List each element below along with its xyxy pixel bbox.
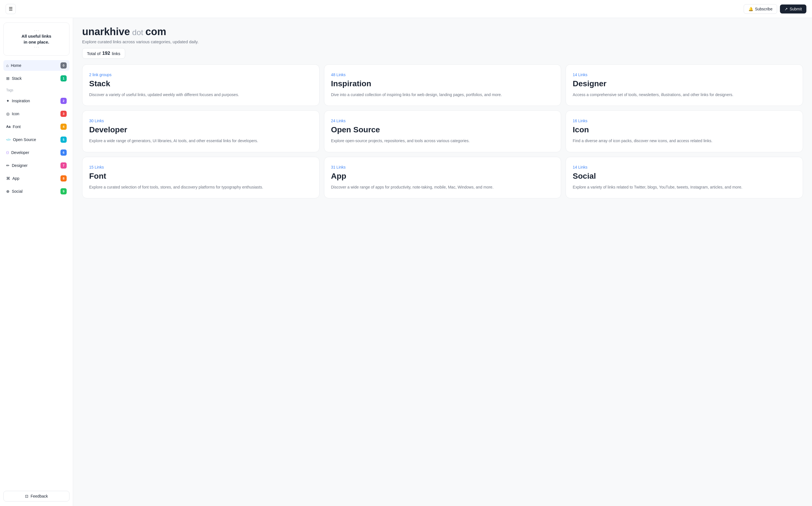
title-dot: dot [132, 28, 143, 37]
card-developer-links: 30 Links [89, 118, 313, 123]
sidebar-item-developer[interactable]: ⟨⟩ Developer 6 [3, 147, 69, 158]
card-font-links: 15 Links [89, 165, 313, 169]
submit-icon: ↗ [785, 7, 788, 11]
card-app-desc: Discover a wide range of apps for produc… [331, 184, 554, 190]
card-social-desc: Explore a variety of links related to Tw… [572, 184, 796, 190]
top-navigation: 🔔 Subscribe ↗ Submit [0, 0, 812, 18]
topnav-left [6, 4, 16, 14]
card-stack-desc: Discover a variety of useful links, upda… [89, 92, 313, 98]
subscribe-icon: 🔔 [748, 7, 753, 11]
page-header: unarkhive dot com Explore curated links … [82, 26, 803, 59]
logo-text: All useful linksin one place. [22, 28, 52, 50]
card-stack-title: Stack [89, 79, 313, 88]
cards-grid: 2 link groups Stack Discover a variety o… [82, 64, 803, 198]
app-icon: ⌘ [6, 176, 10, 181]
sidebar-developer-label: Developer [11, 150, 29, 155]
sidebar-item-inspiration[interactable]: ✦ Inspiration 2 [3, 95, 69, 106]
sidebar-icon-label: Icon [12, 111, 19, 116]
card-app-title: App [331, 172, 554, 181]
card-opensource[interactable]: 24 Links Open Source Explore open-source… [324, 110, 561, 152]
sidebar: All useful linksin one place. ⌂ Home 0 ⊞… [0, 18, 73, 506]
card-social-links: 14 Links [572, 165, 796, 169]
sidebar-item-app[interactable]: ⌘ App 8 [3, 173, 69, 184]
card-inspiration-links: 48 Links [331, 73, 554, 77]
sidebar-item-social[interactable]: ⊕ Social 9 [3, 186, 69, 197]
card-designer-links: 14 Links [572, 73, 796, 77]
inspiration-badge: 2 [61, 98, 67, 104]
font-icon: Aa [6, 125, 10, 129]
sidebar-designer-label: Designer [12, 163, 27, 168]
page-title: unarkhive dot com [82, 26, 803, 37]
card-app[interactable]: 31 Links App Discover a wide range of ap… [324, 157, 561, 198]
total-suffix: links [112, 51, 120, 56]
card-developer-title: Developer [89, 125, 313, 134]
card-stack[interactable]: 2 link groups Stack Discover a variety o… [82, 64, 320, 106]
card-developer-desc: Explore a wide range of generators, UI l… [89, 138, 313, 144]
card-stack-links: 2 link groups [89, 73, 313, 77]
main-content: unarkhive dot com Explore curated links … [73, 18, 812, 506]
submit-label: Submit [790, 7, 802, 11]
social-icon: ⊕ [6, 189, 10, 193]
subscribe-button[interactable]: 🔔 Subscribe [744, 4, 777, 14]
card-icon[interactable]: 16 Links Icon Find a diverse array of ic… [565, 110, 803, 152]
sidebar-social-label: Social [12, 189, 22, 193]
card-inspiration[interactable]: 48 Links Inspiration Dive into a curated… [324, 64, 561, 106]
title-part1: unarkhive [82, 26, 130, 37]
submit-button[interactable]: ↗ Submit [780, 4, 806, 13]
card-icon-links: 16 Links [572, 118, 796, 123]
page-subtitle: Explore curated links across various cat… [82, 39, 803, 44]
sidebar-inspiration-label: Inspiration [12, 99, 30, 103]
sidebar-item-opensource[interactable]: </> Open Source 5 [3, 134, 69, 145]
sidebar-item-icon[interactable]: ◎ Icon 3 [3, 108, 69, 119]
card-social-title: Social [572, 172, 796, 181]
opensource-badge: 5 [61, 137, 67, 143]
feedback-button[interactable]: ⊡ Feedback [3, 491, 69, 502]
sidebar-item-font[interactable]: Aa Font 4 [3, 121, 69, 132]
sidebar-app-label: App [12, 176, 19, 181]
card-font[interactable]: 15 Links Font Explore a curated selectio… [82, 157, 320, 198]
card-designer-title: Designer [572, 79, 796, 88]
sidebar-toggle-button[interactable] [6, 4, 16, 14]
sidebar-item-designer[interactable]: ✏ Designer 7 [3, 160, 69, 171]
card-designer[interactable]: 14 Links Designer Access a comprehensive… [565, 64, 803, 106]
tags-section-label: Tags [3, 87, 69, 93]
card-opensource-title: Open Source [331, 125, 554, 134]
app-badge: 8 [61, 175, 67, 181]
total-count: 192 [102, 51, 110, 56]
toggle-icon [9, 6, 13, 11]
feedback-icon: ⊡ [25, 494, 28, 498]
sidebar-item-home[interactable]: ⌂ Home 0 [3, 60, 69, 71]
font-badge: 4 [61, 123, 67, 130]
feedback-label: Feedback [31, 494, 48, 498]
social-badge: 9 [61, 188, 67, 194]
designer-icon: ✏ [6, 163, 10, 168]
card-opensource-desc: Explore open-source projects, repositori… [331, 138, 554, 144]
sidebar-footer: ⊡ Feedback [3, 488, 69, 502]
card-opensource-links: 24 Links [331, 118, 554, 123]
sidebar-item-stack[interactable]: ⊞ Stack 1 [3, 73, 69, 84]
card-icon-desc: Find a diverse array of icon packs, disc… [572, 138, 796, 144]
designer-badge: 7 [61, 162, 67, 169]
sidebar-font-label: Font [13, 124, 20, 129]
subscribe-label: Subscribe [755, 7, 772, 11]
sidebar-stack-label: Stack [12, 76, 22, 81]
home-badge: 0 [61, 62, 67, 69]
card-social[interactable]: 14 Links Social Explore a variety of lin… [565, 157, 803, 198]
card-inspiration-title: Inspiration [331, 79, 554, 88]
title-part2: com [145, 26, 166, 37]
sidebar-home-label: Home [11, 63, 21, 68]
app-layout: All useful linksin one place. ⌂ Home 0 ⊞… [0, 18, 812, 506]
card-inspiration-desc: Dive into a curated collection of inspir… [331, 92, 554, 98]
topnav-right: 🔔 Subscribe ↗ Submit [744, 4, 806, 14]
card-font-title: Font [89, 172, 313, 181]
card-developer[interactable]: 30 Links Developer Explore a wide range … [82, 110, 320, 152]
total-links-badge: Total of 192 links [82, 48, 125, 59]
home-icon: ⌂ [6, 63, 8, 68]
card-app-links: 31 Links [331, 165, 554, 169]
sidebar-logo: All useful linksin one place. [3, 22, 69, 56]
opensource-icon: </> [6, 138, 11, 141]
card-font-desc: Explore a curated selection of font tool… [89, 184, 313, 190]
total-prefix: Total of [87, 51, 100, 56]
stack-icon: ⊞ [6, 76, 10, 81]
icon-badge: 3 [61, 111, 67, 117]
